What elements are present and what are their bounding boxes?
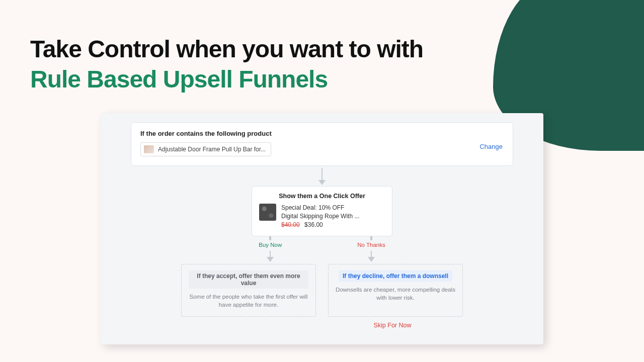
headline-line2: Rule Based Upsell Funnels <box>30 66 328 93</box>
arrow-down-icon <box>131 168 513 185</box>
decline-result-badge: If they decline, offer them a downsell <box>339 270 452 282</box>
arrow-down-icon <box>368 251 375 262</box>
branch-row: Buy Now No Thanks <box>131 236 513 263</box>
decline-branch: No Thanks <box>357 236 385 263</box>
offer-price-old: $40.00 <box>281 221 300 228</box>
offer-deal-line: Special Deal: 10% OFF <box>281 204 359 212</box>
accept-result-badge: If they accept, offer them even more val… <box>189 270 308 289</box>
trigger-product-name: Adjustable Door Frame Pull Up Bar for... <box>158 146 266 153</box>
trigger-card: If the order contains the following prod… <box>131 122 513 166</box>
offer-text: Special Deal: 10% OFF Digital Skipping R… <box>281 204 359 229</box>
offer-price-new: $36.00 <box>304 221 323 228</box>
page-headline: Take Control when you want to with Rule … <box>30 34 423 95</box>
accept-result-card[interactable]: If they accept, offer them even more val… <box>181 264 316 316</box>
result-row: If they accept, offer them even more val… <box>131 264 513 316</box>
arrow-down-icon <box>267 251 274 262</box>
product-thumb-icon <box>144 145 154 153</box>
decline-result-desc: Downsells are cheaper, more compelling d… <box>336 286 455 302</box>
headline-line1: Take Control when you want to with <box>30 36 423 62</box>
trigger-product-chip[interactable]: Adjustable Door Frame Pull Up Bar for... <box>140 142 271 156</box>
funnel-editor-panel: If the order contains the following prod… <box>101 113 543 344</box>
skip-link[interactable]: Skip For Now <box>272 322 513 329</box>
offer-card[interactable]: Show them a One Click Offer Special Deal… <box>252 186 392 236</box>
accept-branch-label: Buy Now <box>259 242 282 248</box>
connector-icon <box>269 236 271 240</box>
offer-product-thumb-icon <box>259 204 276 221</box>
connector-icon <box>370 236 372 240</box>
accept-branch: Buy Now <box>259 236 282 263</box>
accept-result-desc: Some of the people who take the first of… <box>189 293 308 309</box>
change-product-link[interactable]: Change <box>479 143 503 150</box>
trigger-title: If the order contains the following prod… <box>140 130 504 137</box>
offer-product-line: Digital Skipping Rope With ... <box>281 212 359 221</box>
decline-result-card[interactable]: If they decline, offer them a downsell D… <box>328 264 463 316</box>
decline-branch-label: No Thanks <box>357 242 385 248</box>
offer-title: Show them a One Click Offer <box>259 193 385 200</box>
